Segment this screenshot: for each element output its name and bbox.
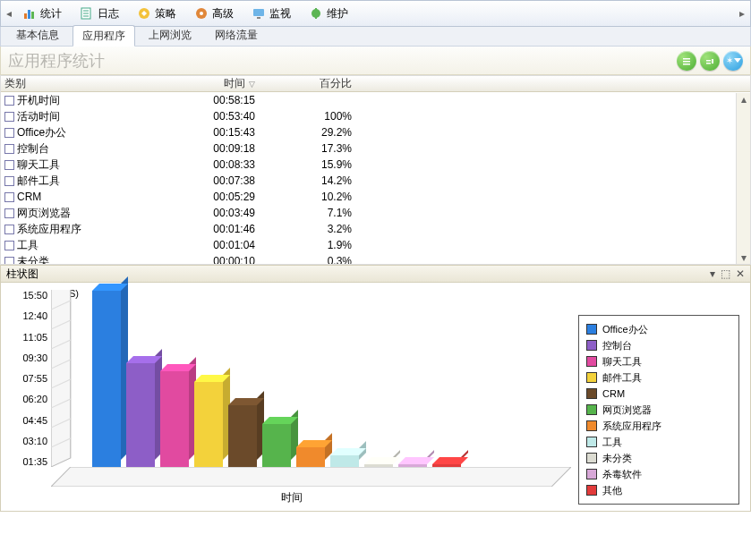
table-row[interactable]: 未分类00:00:100.3% [1, 253, 750, 265]
bar-0 [92, 291, 121, 467]
row-checkbox[interactable] [4, 192, 14, 202]
legend-item: Office办公 [586, 321, 731, 337]
row-checkbox[interactable] [4, 128, 14, 138]
legend-item: 未分类 [586, 450, 731, 466]
chart-icon [22, 6, 37, 21]
row-percent: 100% [273, 110, 363, 123]
main-tab-label: 日志 [98, 6, 119, 21]
main-tab-5[interactable]: 维护 [301, 2, 356, 25]
row-percent: 1.9% [273, 239, 363, 251]
sub-tab-1[interactable]: 应用程序 [73, 25, 135, 47]
row-percent: 0.3% [273, 255, 363, 265]
bars-container [92, 290, 571, 467]
svg-rect-10 [253, 9, 264, 16]
row-category: 控制台 [17, 141, 49, 157]
row-checkbox[interactable] [4, 176, 14, 186]
y-tick: 11:05 [12, 332, 47, 343]
row-time: 00:09:18 [166, 142, 273, 155]
row-checkbox[interactable] [4, 144, 14, 154]
table-row[interactable]: CRM00:05:2910.2% [1, 189, 750, 205]
sub-tab-3[interactable]: 网络流量 [205, 24, 268, 46]
legend-label: Office办公 [602, 323, 648, 336]
row-category: 活动时间 [17, 109, 60, 124]
row-category: Office办公 [17, 125, 66, 140]
row-percent: 7.1% [273, 207, 363, 219]
table-row[interactable]: 网页浏览器00:03:497.1% [1, 205, 750, 221]
chart-panel-header: 柱状图 ▾ ⬚ ✕ [0, 265, 751, 283]
bar-1 [126, 363, 155, 467]
panel-close-icon[interactable]: ✕ [736, 267, 745, 280]
scroll-down-icon[interactable]: ▾ [738, 251, 750, 264]
main-tab-label: 监视 [269, 6, 291, 21]
bar-6 [296, 447, 325, 467]
table-row[interactable]: 开机时间00:58:15 [1, 92, 750, 108]
row-category: 未分类 [17, 254, 49, 266]
main-tab-1[interactable]: 日志 [72, 2, 127, 25]
panel-pin-icon[interactable]: ⬚ [721, 267, 730, 280]
bar-2 [160, 371, 189, 467]
row-checkbox[interactable] [4, 208, 14, 218]
title-bar: 应用程序统计 ✶ [0, 47, 751, 75]
legend-swatch [586, 372, 597, 383]
floor-plane [51, 467, 571, 487]
svg-marker-29 [51, 467, 571, 487]
svg-rect-20 [712, 59, 713, 64]
legend-label: 工具 [602, 436, 622, 449]
monitor-icon [252, 6, 266, 21]
table-row[interactable]: Office办公00:15:4329.2% [1, 124, 750, 140]
chart-legend: Office办公控制台聊天工具邮件工具CRM网页浏览器系统应用程序工具未分类杀毒… [578, 315, 739, 505]
stats-table: 类别 时间▽ 百分比 开机时间00:58:15活动时间00:53:40100%O… [0, 75, 751, 265]
y-tick: 06:20 [12, 394, 47, 404]
y-tick: 12:40 [12, 310, 47, 321]
main-tab-4[interactable]: 监视 [243, 2, 299, 25]
svg-rect-2 [31, 12, 34, 19]
col-percent[interactable]: 百分比 [273, 76, 363, 91]
legend-label: 系统应用程序 [602, 420, 661, 433]
row-time: 00:15:43 [166, 126, 273, 139]
toolbar-scroll-left[interactable]: ◂ [4, 7, 13, 20]
sub-tab-2[interactable]: 上网浏览 [139, 24, 201, 46]
row-time: 00:00:10 [166, 255, 273, 265]
chart-area: (M:S) 01:3503:1004:4506:2007:5509:3011:0… [0, 283, 751, 512]
toolbar-scroll-right[interactable]: ▸ [738, 7, 747, 20]
table-scrollbar[interactable]: ▴ ▾ [736, 93, 750, 264]
table-row[interactable]: 工具00:01:041.9% [1, 237, 750, 253]
bar-8 [364, 464, 393, 467]
main-toolbar: ◂ 统计日志策略高级监视维护 ▸ [0, 0, 751, 27]
table-row[interactable]: 控制台00:09:1817.3% [1, 140, 750, 157]
panel-menu-icon[interactable]: ▾ [710, 267, 715, 280]
row-checkbox[interactable] [4, 160, 14, 170]
row-checkbox[interactable] [4, 225, 14, 234]
sub-tab-0[interactable]: 基本信息 [6, 24, 69, 46]
legend-item: 其他 [586, 482, 731, 498]
action-btn-2[interactable] [700, 51, 720, 71]
col-time[interactable]: 时间▽ [166, 76, 273, 91]
action-btn-1[interactable] [677, 51, 696, 71]
legend-item: 控制台 [586, 337, 731, 353]
row-checkbox[interactable] [4, 96, 14, 106]
table-row[interactable]: 活动时间00:53:40100% [1, 108, 750, 124]
legend-label: 杀毒软件 [602, 468, 642, 481]
y-tick: 09:30 [12, 352, 47, 363]
main-tab-3[interactable]: 高级 [186, 2, 242, 25]
legend-item: CRM [586, 386, 731, 402]
row-checkbox[interactable] [4, 112, 14, 122]
col-category[interactable]: 类别 [4, 76, 166, 91]
scroll-up-icon[interactable]: ▴ [738, 93, 750, 106]
table-row[interactable]: 聊天工具00:08:3315.9% [1, 157, 750, 173]
legend-label: 聊天工具 [602, 355, 642, 369]
row-category: 网页浏览器 [17, 206, 71, 221]
action-btn-dropdown[interactable]: ✶ [723, 51, 743, 71]
table-row[interactable]: 邮件工具00:07:3814.2% [1, 173, 750, 189]
legend-item: 聊天工具 [586, 353, 731, 369]
main-tab-0[interactable]: 统计 [14, 2, 70, 25]
legend-swatch [586, 469, 597, 479]
bar-7 [330, 455, 359, 467]
main-tab-2[interactable]: 策略 [129, 2, 184, 25]
row-category: CRM [17, 191, 41, 203]
row-checkbox[interactable] [4, 241, 14, 250]
table-row[interactable]: 系统应用程序00:01:463.2% [1, 221, 750, 237]
legend-swatch [586, 324, 597, 335]
row-checkbox[interactable] [4, 257, 14, 266]
row-category: 邮件工具 [17, 174, 60, 189]
